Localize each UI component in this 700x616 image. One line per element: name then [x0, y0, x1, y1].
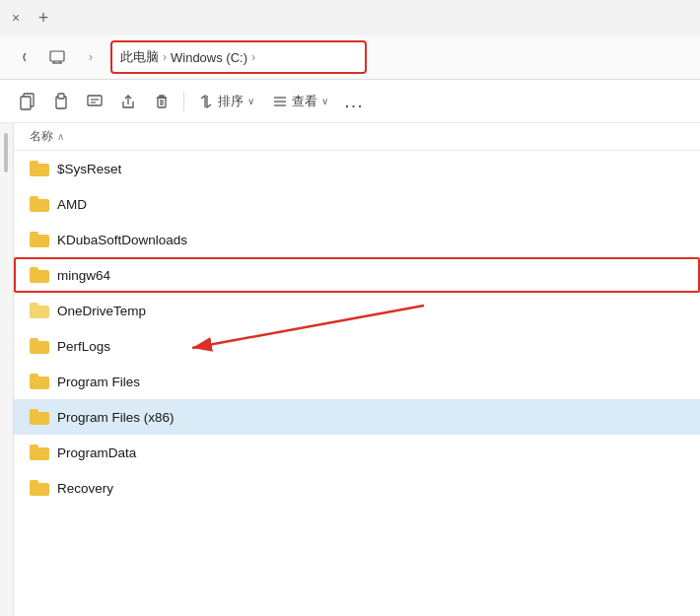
breadcrumb-this-pc[interactable]: 此电脑: [120, 48, 159, 66]
folder-name: mingw64: [57, 268, 110, 283]
toolbar-divider-1: [183, 92, 184, 111]
view-label: 查看: [292, 93, 317, 110]
folder-icon: [30, 232, 49, 247]
folder-name: Recovery: [57, 481, 113, 496]
folder-item[interactable]: OneDriveTemp: [14, 293, 700, 328]
folder-list: $SysResetAMDKDubaSoftDownloadsmingw64One…: [14, 151, 700, 506]
svg-rect-7: [58, 94, 64, 99]
folder-name: PerfLogs: [57, 339, 110, 354]
folder-item[interactable]: PerfLogs: [14, 328, 700, 364]
folder-icon: [30, 409, 49, 425]
svg-rect-0: [50, 51, 64, 61]
column-header: 名称 ∧: [14, 123, 700, 151]
folder-name: Program Files: [57, 375, 140, 389]
address-bar-row: › 此电脑 › Windows (C:) ›: [0, 35, 700, 79]
folder-icon: [30, 374, 49, 389]
address-box[interactable]: 此电脑 › Windows (C:) ›: [110, 40, 367, 74]
breadcrumb: 此电脑 › Windows (C:) ›: [120, 48, 255, 66]
paste-button[interactable]: [45, 86, 77, 117]
folder-item[interactable]: Recovery: [14, 470, 700, 506]
folder-icon: [30, 338, 49, 354]
svg-rect-11: [158, 98, 166, 107]
name-column-header: 名称: [30, 128, 53, 145]
tab-new-button[interactable]: +: [32, 6, 55, 30]
folder-name: KDubaSoftDownloads: [57, 233, 187, 247]
folder-item[interactable]: AMD: [14, 186, 700, 222]
content-area: 名称 ∧ $SysResetAMDKDubaSoftDownloadsmingw…: [0, 123, 700, 616]
svg-rect-5: [21, 97, 31, 109]
view-button[interactable]: 查看 ∨: [264, 86, 336, 117]
folder-item[interactable]: $SysReset: [14, 151, 700, 186]
breadcrumb-separator-left: ›: [77, 43, 105, 71]
svg-rect-8: [88, 96, 102, 105]
folder-icon: [30, 267, 49, 283]
toolbar: 排序 ∨ 查看 ∨ ...: [0, 80, 700, 123]
folder-icon: [30, 480, 49, 496]
rename-button[interactable]: [79, 86, 110, 117]
folder-name: AMD: [57, 197, 87, 212]
breadcrumb-sep-2: ›: [251, 50, 255, 64]
view-chevron: ∨: [321, 96, 328, 106]
tab-bar: × +: [0, 0, 700, 35]
sort-indicator: ∧: [57, 131, 64, 142]
folder-item[interactable]: KDubaSoftDownloads: [14, 222, 700, 257]
tab-close-button[interactable]: ×: [8, 10, 24, 26]
file-list: 名称 ∧ $SysResetAMDKDubaSoftDownloadsmingw…: [14, 123, 700, 616]
monitor-icon: [43, 43, 71, 71]
breadcrumb-windows-c[interactable]: Windows (C:): [171, 50, 247, 65]
more-button[interactable]: ...: [338, 86, 370, 117]
folder-item[interactable]: ProgramData: [14, 435, 700, 470]
folder-item[interactable]: Program Files (x86): [14, 399, 700, 435]
folder-icon: [30, 445, 49, 460]
copy-button[interactable]: [12, 86, 43, 117]
folder-name: ProgramData: [57, 445, 136, 460]
sort-label: 排序: [218, 93, 244, 110]
folder-icon: [30, 303, 49, 318]
breadcrumb-sep-1: ›: [163, 50, 167, 64]
folder-name: OneDriveTemp: [57, 304, 146, 318]
left-scroll-panel: [0, 123, 14, 616]
sort-button[interactable]: 排序 ∨: [190, 86, 262, 117]
folder-name: $SysReset: [57, 162, 121, 176]
delete-button[interactable]: [146, 86, 177, 117]
sort-chevron: ∨: [247, 96, 254, 106]
scrollbar[interactable]: [4, 133, 8, 172]
folder-item[interactable]: mingw64: [14, 257, 700, 293]
folder-icon: [30, 196, 49, 212]
folder-icon: [30, 161, 49, 176]
folder-name: Program Files (x86): [57, 410, 175, 425]
back-button[interactable]: [10, 43, 37, 71]
share-button[interactable]: [112, 86, 144, 117]
folder-item[interactable]: Program Files: [14, 364, 700, 399]
browser-chrome: × + › 此电脑 › Windows (C:) ›: [0, 0, 700, 80]
